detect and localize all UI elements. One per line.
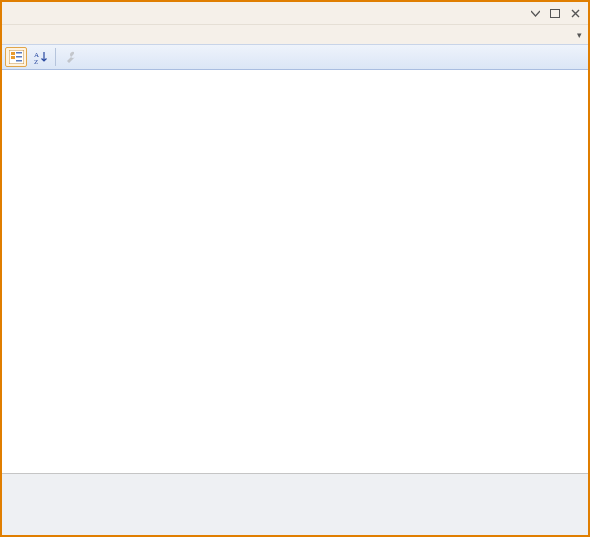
svg-text:Z: Z (34, 58, 38, 64)
chevron-down-icon (531, 9, 540, 18)
svg-rect-4 (16, 52, 22, 54)
svg-rect-2 (11, 52, 15, 55)
svg-rect-3 (11, 56, 15, 59)
close-icon (571, 9, 580, 18)
close-button[interactable] (566, 5, 584, 21)
svg-rect-5 (16, 56, 22, 58)
categorized-button[interactable] (5, 47, 27, 67)
object-header: ▾ (2, 24, 588, 44)
svg-rect-6 (16, 60, 22, 62)
property-grid (2, 70, 588, 473)
toolbar-separator (55, 48, 56, 66)
maximize-icon (550, 9, 560, 18)
alphabetical-icon: A Z (33, 50, 48, 64)
alphabetical-button[interactable]: A Z (29, 47, 51, 67)
title-bar (2, 2, 588, 24)
object-dropdown[interactable]: ▾ (577, 30, 582, 40)
window-options-button[interactable] (526, 5, 544, 21)
description-panel (2, 473, 588, 535)
maximize-button[interactable] (546, 5, 564, 21)
wrench-icon (64, 50, 79, 64)
svg-rect-0 (551, 9, 560, 17)
categorized-icon (9, 50, 24, 64)
property-pages-button[interactable] (60, 47, 82, 67)
toolbar: A Z (2, 44, 588, 70)
